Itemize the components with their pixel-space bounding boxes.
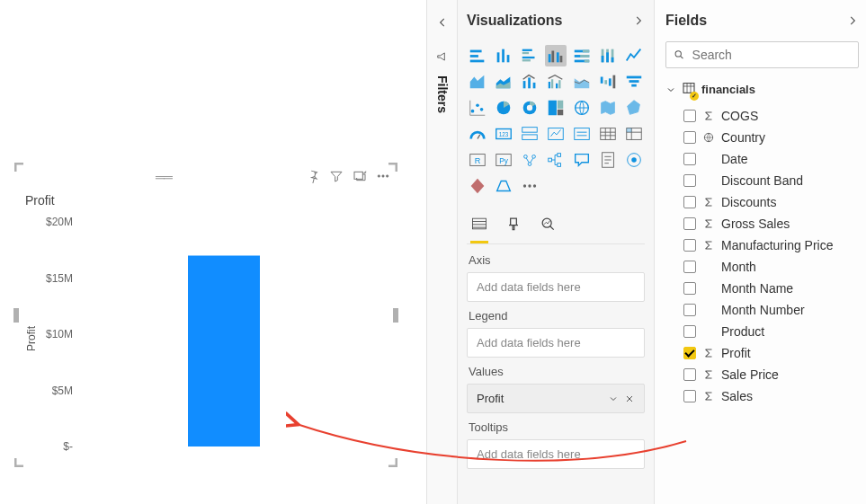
chevron-right-icon[interactable]	[632, 14, 645, 27]
field-item[interactable]: Date	[665, 148, 859, 170]
report-canvas[interactable]: ══ Profit Profit	[0, 0, 423, 504]
svg-rect-64	[575, 128, 590, 140]
table-icon[interactable]	[597, 123, 619, 145]
stacked-bar-icon[interactable]	[467, 45, 488, 66]
field-checkbox[interactable]	[683, 282, 696, 295]
stacked-bar-100-icon[interactable]	[571, 45, 593, 66]
stacked-column-icon[interactable]	[493, 45, 514, 66]
field-checkbox[interactable]	[683, 217, 696, 230]
field-checkbox[interactable]	[683, 261, 696, 273]
chart-bar[interactable]	[188, 256, 260, 447]
field-checkbox[interactable]	[683, 174, 696, 187]
treemap-icon[interactable]	[545, 97, 567, 119]
filled-map-icon[interactable]	[597, 97, 619, 119]
python-visual-icon[interactable]: Py	[493, 149, 514, 171]
fields-pane: Fields ✓ financials COGSCountryDateDisco…	[655, 0, 866, 504]
chevron-down-icon	[665, 84, 676, 95]
field-item[interactable]: Discounts	[665, 191, 859, 213]
paginated-report-icon[interactable]	[597, 149, 619, 171]
fields-search-input[interactable]	[692, 48, 851, 62]
field-checkbox[interactable]	[683, 304, 696, 316]
area-chart-icon[interactable]	[467, 71, 488, 93]
field-checkbox[interactable]	[683, 131, 696, 144]
svg-rect-37	[533, 83, 536, 88]
matrix-icon[interactable]	[623, 123, 645, 145]
field-item[interactable]: Product	[665, 321, 859, 342]
power-apps-icon[interactable]	[467, 175, 488, 197]
values-well[interactable]: Profit	[467, 384, 645, 413]
field-item[interactable]: Sale Price	[665, 364, 859, 385]
analytics-tab[interactable]	[539, 215, 557, 243]
tooltips-well[interactable]: Add data fields here	[467, 439, 645, 469]
svg-rect-26	[580, 55, 589, 57]
line-chart-icon[interactable]	[623, 45, 645, 66]
field-item[interactable]: Gross Sales	[665, 213, 859, 234]
scatter-icon[interactable]	[467, 97, 488, 119]
pin-icon[interactable]	[306, 169, 320, 186]
axis-well[interactable]: Add data fields here	[467, 272, 645, 302]
format-tab[interactable]	[504, 215, 522, 243]
stacked-column-100-icon[interactable]	[597, 45, 619, 66]
field-item[interactable]: Month Number	[665, 299, 859, 321]
arcgis-icon[interactable]	[623, 149, 645, 171]
field-checkbox[interactable]	[683, 110, 696, 122]
field-checkbox[interactable]	[683, 239, 696, 252]
field-item[interactable]: Profit	[665, 342, 859, 364]
fields-tab[interactable]	[470, 215, 488, 243]
qa-visual-icon[interactable]	[571, 149, 593, 171]
field-checkbox[interactable]	[683, 196, 696, 208]
r-visual-icon[interactable]: R	[467, 149, 488, 171]
focus-mode-icon[interactable]	[353, 169, 367, 186]
pie-icon[interactable]	[493, 97, 514, 119]
field-item[interactable]: Discount Band	[665, 170, 859, 191]
multi-row-card-icon[interactable]	[519, 123, 540, 145]
chevron-down-icon[interactable]	[608, 393, 619, 404]
gauge-icon[interactable]	[467, 123, 488, 145]
card-icon[interactable]: 123	[493, 123, 514, 145]
line-stacked-column-icon[interactable]	[519, 71, 540, 93]
kpi-icon[interactable]	[545, 123, 567, 145]
close-icon[interactable]	[624, 393, 635, 404]
field-item[interactable]: Country	[665, 127, 859, 148]
values-well-label: Values	[469, 365, 643, 378]
field-item[interactable]: Manufacturing Price	[665, 234, 859, 256]
svg-rect-10	[470, 55, 478, 57]
line-clustered-column-icon[interactable]	[545, 71, 567, 93]
megaphone-icon[interactable]	[436, 50, 449, 63]
filters-pane-collapsed[interactable]: Filters	[426, 0, 457, 504]
donut-icon[interactable]	[519, 97, 540, 119]
field-checkbox[interactable]	[683, 368, 696, 381]
waterfall-icon[interactable]	[597, 71, 619, 93]
filter-icon[interactable]	[329, 169, 344, 186]
stacked-area-icon[interactable]	[493, 71, 514, 93]
chevron-right-icon[interactable]	[846, 14, 859, 27]
legend-well[interactable]: Add data fields here	[467, 328, 645, 358]
clustered-bar-icon[interactable]	[519, 45, 540, 66]
clustered-column-icon[interactable]	[545, 45, 567, 66]
chevron-left-icon[interactable]	[436, 16, 449, 29]
table-financials[interactable]: ✓ financials	[665, 81, 859, 98]
get-more-visuals-icon[interactable]	[519, 175, 540, 197]
chart-visual-container[interactable]: ══ Profit Profit	[16, 164, 396, 465]
map-icon[interactable]	[571, 97, 593, 119]
field-item[interactable]: Sales	[665, 385, 859, 407]
field-checkbox[interactable]	[683, 325, 696, 338]
field-item[interactable]: COGS	[665, 105, 859, 127]
more-options-icon[interactable]	[376, 169, 390, 186]
field-checkbox[interactable]	[683, 390, 696, 402]
funnel-icon[interactable]	[623, 71, 645, 93]
ribbon-chart-icon[interactable]	[571, 71, 593, 93]
slicer-icon[interactable]	[571, 123, 593, 145]
azure-map-icon[interactable]	[493, 175, 514, 197]
decomposition-tree-icon[interactable]	[545, 149, 567, 171]
fields-search[interactable]	[665, 41, 859, 68]
shape-map-icon[interactable]	[623, 97, 645, 119]
drag-handle-icon[interactable]: ══	[22, 170, 306, 184]
key-influencers-icon[interactable]	[519, 149, 540, 171]
field-item[interactable]: Month Name	[665, 278, 859, 299]
field-item[interactable]: Month	[665, 256, 859, 278]
field-checkbox[interactable]	[683, 347, 696, 359]
svg-rect-38	[549, 82, 550, 88]
field-checkbox[interactable]	[683, 153, 696, 165]
field-name: Discounts	[721, 195, 857, 209]
